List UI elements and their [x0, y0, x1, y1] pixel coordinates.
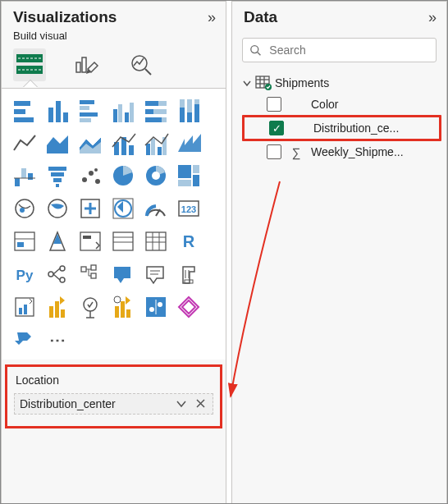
viz-type-2[interactable] [75, 95, 105, 125]
svg-rect-37 [146, 144, 150, 155]
svg-point-88 [60, 277, 65, 282]
viz-type-21[interactable] [108, 194, 138, 223]
viz-type-9[interactable] [108, 128, 138, 158]
viz-type-34[interactable] [141, 259, 171, 289]
viz-type-36[interactable] [10, 292, 39, 322]
checkbox-distribution[interactable] [269, 121, 284, 135]
field-label: Weekly_Shipme... [311, 145, 437, 158]
svg-rect-45 [48, 167, 66, 171]
viz-type-15[interactable] [108, 161, 138, 190]
viz-type-31[interactable] [43, 259, 72, 289]
svg-rect-99 [19, 308, 22, 314]
viz-type-18[interactable] [10, 194, 39, 223]
viz-type-33[interactable] [108, 259, 138, 289]
field-well-label: Location [14, 369, 213, 393]
svg-rect-74 [113, 232, 133, 250]
viz-type-13[interactable] [43, 161, 72, 190]
svg-rect-41 [15, 178, 20, 186]
viz-type-14[interactable] [75, 161, 105, 190]
viz-type-12[interactable] [10, 161, 39, 190]
svg-rect-48 [56, 184, 59, 187]
sigma-icon: ∑ [290, 145, 303, 159]
field-well-item[interactable]: Distribution_center [14, 393, 213, 415]
viz-type-0[interactable] [10, 95, 39, 125]
tab-format-visual[interactable] [69, 48, 102, 81]
collapse-data-pane[interactable]: » [428, 9, 437, 26]
visualizations-title: Visualizations [13, 8, 117, 26]
search-input[interactable] [267, 43, 429, 57]
checkbox-color[interactable] [267, 97, 281, 112]
viz-type-26[interactable] [75, 227, 105, 256]
svg-point-51 [95, 179, 100, 184]
viz-type-41[interactable] [174, 292, 203, 322]
viz-type-3[interactable] [108, 95, 138, 125]
svg-point-49 [82, 177, 87, 182]
viz-type-16[interactable] [141, 161, 171, 190]
viz-type-42[interactable] [10, 325, 39, 355]
table-icon [255, 76, 272, 90]
svg-rect-8 [14, 101, 30, 106]
svg-rect-108 [121, 301, 125, 318]
field-distribution-center[interactable]: Distribution_ce... [242, 115, 441, 141]
svg-rect-43 [28, 173, 33, 180]
svg-rect-9 [14, 109, 25, 114]
field-label: Distribution_ce... [313, 121, 434, 135]
search-box[interactable] [242, 38, 437, 62]
viz-type-5[interactable] [174, 95, 203, 125]
viz-type-25[interactable] [43, 227, 72, 256]
svg-line-86 [53, 274, 60, 280]
field-weekly-shipments[interactable]: ∑ Weekly_Shipme... [242, 141, 441, 163]
analytics-icon [127, 51, 155, 79]
viz-type-43[interactable]: ⋯ [43, 325, 72, 355]
checkbox-weekly[interactable] [267, 144, 281, 159]
svg-rect-107 [115, 306, 119, 318]
svg-rect-13 [63, 112, 68, 122]
svg-rect-73 [83, 236, 91, 239]
viz-type-22[interactable] [141, 194, 171, 223]
viz-type-28[interactable] [141, 227, 171, 256]
viz-type-32[interactable] [75, 259, 105, 289]
svg-rect-100 [24, 305, 27, 314]
svg-rect-33 [194, 99, 199, 104]
field-color[interactable]: Color [242, 94, 441, 115]
svg-point-104 [84, 298, 97, 311]
viz-type-1[interactable] [43, 95, 72, 125]
viz-type-10[interactable] [141, 128, 171, 158]
viz-type-17[interactable] [174, 161, 203, 190]
svg-rect-19 [118, 104, 122, 122]
field-well-remove[interactable] [194, 398, 208, 410]
svg-rect-36 [129, 145, 134, 155]
svg-point-112 [149, 307, 154, 312]
table-shipments[interactable]: Shipments [242, 72, 441, 94]
svg-rect-14 [80, 100, 94, 104]
viz-type-27[interactable] [108, 227, 138, 256]
viz-type-19[interactable] [43, 194, 72, 223]
viz-type-20[interactable] [75, 194, 105, 223]
svg-point-61 [20, 208, 25, 213]
svg-point-55 [152, 172, 160, 180]
viz-type-38[interactable] [75, 292, 105, 322]
viz-type-29[interactable]: R [174, 227, 203, 256]
viz-type-4[interactable] [141, 95, 171, 125]
viz-type-11[interactable] [174, 128, 203, 158]
svg-rect-27 [162, 117, 167, 122]
viz-type-6[interactable] [10, 128, 39, 158]
tab-analytics[interactable] [125, 48, 158, 81]
collapse-viz-pane[interactable]: » [208, 9, 216, 26]
viz-type-39[interactable] [108, 292, 138, 322]
svg-rect-56 [178, 165, 191, 178]
svg-rect-109 [126, 309, 130, 318]
viz-type-23[interactable]: 123 [174, 194, 203, 223]
svg-point-110 [114, 296, 121, 303]
svg-point-87 [60, 266, 65, 271]
viz-type-7[interactable] [43, 128, 72, 158]
viz-type-40[interactable] [141, 292, 171, 322]
viz-type-24[interactable] [10, 227, 39, 256]
field-well-dropdown[interactable] [174, 398, 189, 410]
viz-type-37[interactable] [43, 292, 72, 322]
svg-rect-15 [80, 106, 89, 110]
tab-build-visual[interactable] [13, 48, 46, 81]
viz-type-30[interactable]: Py [10, 259, 39, 289]
viz-type-35[interactable] [174, 259, 203, 289]
viz-type-8[interactable] [75, 128, 105, 158]
